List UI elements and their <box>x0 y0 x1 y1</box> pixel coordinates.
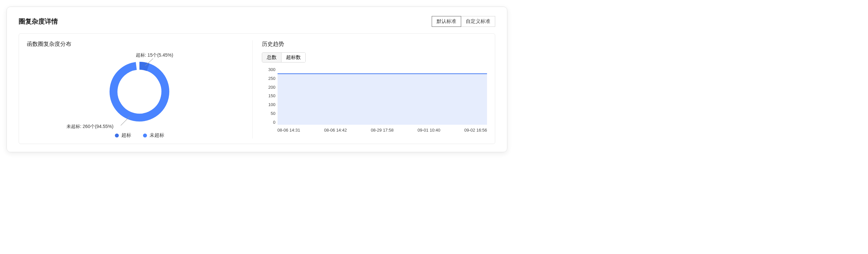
trend-plot <box>278 69 487 125</box>
legend-item-under: 未超标 <box>143 132 164 138</box>
legend-swatch-under <box>143 133 147 137</box>
y-tick: 200 <box>262 85 276 90</box>
x-tick: 09-01 10:40 <box>417 128 440 133</box>
donut-legend: 超标 未超标 <box>27 132 252 138</box>
trend-tab-over[interactable]: 超标数 <box>281 53 305 62</box>
y-tick: 0 <box>262 120 276 125</box>
panel-trend: 历史趋势 总数 超标数 300250200150100500 08-06 14:… <box>252 40 487 138</box>
card-header: 圈复杂度详情 默认标准 自定义标准 <box>19 16 495 27</box>
standard-tabs: 默认标准 自定义标准 <box>432 16 495 27</box>
tab-custom-standard[interactable]: 自定义标准 <box>461 16 495 27</box>
y-tick: 250 <box>262 76 276 81</box>
y-tick: 300 <box>262 67 276 72</box>
y-tick: 100 <box>262 102 276 107</box>
content-row: 函数圈复杂度分布 超标: 15个(5.45%) 未超标: 260个(94.55%… <box>19 33 495 144</box>
x-tick: 08-29 17:58 <box>371 128 394 133</box>
y-tick: 50 <box>262 111 276 116</box>
legend-label-over: 超标 <box>121 132 131 138</box>
complexity-card: 圈复杂度详情 默认标准 自定义标准 函数圈复杂度分布 超标: 15个(5.45%… <box>6 6 507 152</box>
donut-label-under: 未超标: 260个(94.55%) <box>66 124 114 130</box>
legend-label-under: 未超标 <box>150 132 164 138</box>
card-title: 圈复杂度详情 <box>19 17 58 26</box>
tab-default-standard[interactable]: 默认标准 <box>432 16 461 27</box>
x-tick: 08-06 14:42 <box>324 128 347 133</box>
panel-distribution: 函数圈复杂度分布 超标: 15个(5.45%) 未超标: 260个(94.55%… <box>27 40 252 138</box>
trend-plot-svg <box>278 69 487 125</box>
donut-svg <box>103 56 176 128</box>
donut-chart: 超标: 15个(5.45%) 未超标: 260个(94.55%) <box>27 52 252 131</box>
donut-label-over: 超标: 15个(5.45%) <box>136 52 173 58</box>
y-tick: 150 <box>262 93 276 98</box>
svg-point-0 <box>108 61 170 122</box>
legend-item-over: 超标 <box>115 132 131 138</box>
trend-chart: 300250200150100500 08-06 14:3108-06 14:4… <box>262 67 487 133</box>
trend-title: 历史趋势 <box>262 40 487 48</box>
trend-y-axis: 300250200150100500 <box>262 67 276 125</box>
legend-swatch-over <box>115 133 119 137</box>
x-tick: 09-02 16:56 <box>464 128 487 133</box>
trend-x-axis: 08-06 14:3108-06 14:4208-29 17:5809-01 1… <box>278 128 487 133</box>
distribution-title: 函数圈复杂度分布 <box>27 40 252 48</box>
trend-tab-total[interactable]: 总数 <box>262 53 281 62</box>
trend-tabs: 总数 超标数 <box>262 52 306 63</box>
x-tick: 08-06 14:31 <box>278 128 300 133</box>
